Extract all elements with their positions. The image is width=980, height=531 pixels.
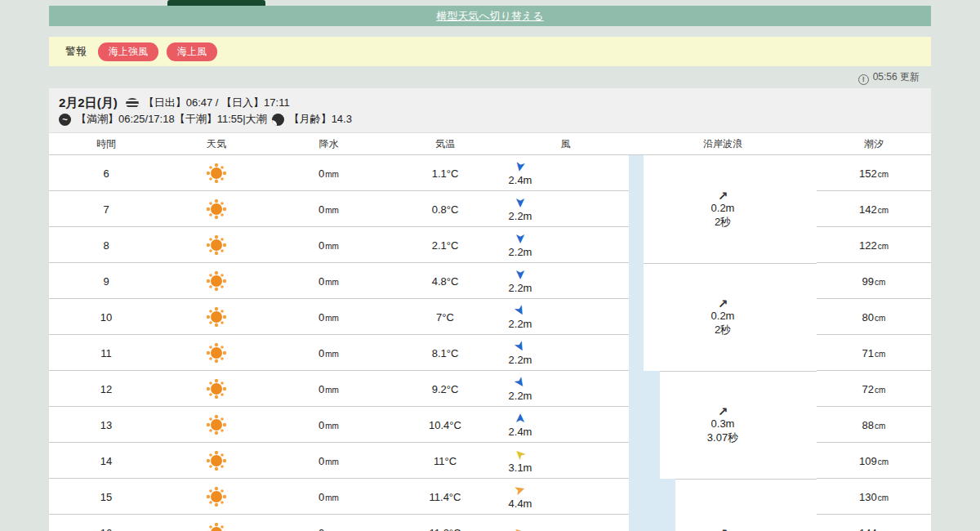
temp-cell: 1.1°C [388,155,502,191]
wave-period: 3.07秒 [707,431,738,445]
sunny-icon [211,527,222,531]
weather-cell [163,263,270,299]
moon-age: 【月齢】14.3 [289,112,352,127]
col-header-wind: 風 [502,137,629,151]
switch-to-horizontal-link[interactable]: 横型天気へ切り替える [436,9,543,24]
precip-cell: 0mm [270,227,388,263]
wind-direction-icon: ➤ [514,525,527,531]
col-header-time: 時間 [49,137,163,151]
sunrise-icon [126,98,139,109]
precip-cell: 0mm [270,479,388,515]
precip-cell: 0mm [270,443,388,479]
wind-cell: ➤2.2m [502,299,629,335]
wave-direction-icon: ↗ [718,297,728,310]
temp-cell: 0.8°C [388,191,502,227]
col-header-temp: 気温 [388,137,502,151]
view-switch-bar: 横型天気へ切り替える [49,6,931,26]
precip-cell: 0mm [270,191,388,227]
wind-direction-icon: ➤ [512,374,529,390]
wave-period: 2秒 [715,324,731,337]
tide-cell: 80cm [817,299,931,335]
temp-cell: 9.2°C [388,371,502,407]
wind-direction-icon: ➤ [514,233,527,243]
tide-times: 【満潮】06:25/17:18【干潮】11:55|大潮 [76,112,267,127]
tide-cell: 144cm [817,515,931,531]
wind-cell: ➤2.2m [502,371,629,407]
tide-cell: 130cm [817,479,931,515]
coastal-wave-column: ↗0.2m2秒 ↗0.2m2秒 ↗0.3m3.07秒 ↗ [629,155,817,531]
warning-label: 警報 [65,44,87,59]
wind-cell: ➤ [502,515,629,531]
time-cell: 12 [49,371,163,407]
time-cell: 6 [49,155,163,191]
tide-cell: 109cm [817,443,931,479]
time-cell: 9 [49,263,163,299]
forecast-panel: 2月2日(月) 【日出】06:47 / 【日入】17:11 ~ 【満潮】06:2… [49,88,931,531]
wind-cell: ➤2.4m [502,155,629,191]
wind-cell: ➤2.2m [502,227,629,263]
wave-block: ↗0.3m3.07秒 [629,371,817,479]
tide-cell: 72cm [817,371,931,407]
temp-cell: 11°C [388,443,502,479]
wind-direction-icon: ➤ [512,302,529,319]
wave-height: 0.2m [711,310,735,324]
weather-cell [163,227,270,263]
wind-direction-icon: ➤ [514,413,527,423]
time-cell: 11 [49,335,163,371]
weather-cell [163,407,270,443]
tide-cell: 71cm [817,335,931,371]
sunny-icon [211,383,222,395]
sunny-icon [211,203,222,215]
weather-cell [163,479,270,515]
wave-direction-icon: ↗ [718,527,728,531]
wave-direction-icon: ↗ [718,190,728,202]
precip-cell: 0mm [270,335,388,371]
tide-cell: 142cm [817,191,931,227]
tide-cell: 99cm [817,263,931,299]
active-tab[interactable] [167,0,265,6]
weather-cell [163,515,270,531]
weather-cell [163,335,270,371]
temp-cell: 7°C [388,299,502,335]
wind-cell: ➤2.2m [502,335,629,371]
date-label: 2月2日(月) [59,96,118,111]
precip-cell: 0mm [270,299,388,335]
info-icon: ! [858,74,869,85]
date-header: 2月2日(月) 【日出】06:47 / 【日入】17:11 ~ 【満潮】06:2… [49,88,931,133]
temp-cell: 4.8°C [388,263,502,299]
tide-cell: 152cm [817,155,931,191]
sunny-icon [211,419,222,431]
sunny-icon [211,167,222,179]
sunny-icon [211,311,222,323]
moon-phase-icon [272,114,284,126]
wave-block: ↗0.2m2秒 [629,263,817,371]
weather-cell [163,371,270,407]
wave-period: 2秒 [715,216,731,230]
wind-cell: ➤4.4m [502,479,629,515]
warning-bar: 警報 海上強風 海上風 [49,37,931,66]
time-cell: 15 [49,479,163,515]
wind-direction-icon: ➤ [514,269,527,279]
tide-cell: 122cm [817,227,931,263]
weather-cell [163,191,270,227]
sunny-icon [211,455,222,466]
col-header-weather: 天気 [163,137,270,151]
sunny-icon [211,239,222,251]
sunny-icon [211,491,222,502]
temp-cell: 11.2°C [388,515,502,531]
wind-direction-icon: ➤ [513,482,528,498]
sunrise-sunset-times: 【日出】06:47 / 【日入】17:11 [144,96,290,110]
tide-icon: ~ [59,114,71,126]
precip-cell: 0mm [270,155,388,191]
tide-cell: 88cm [817,407,931,443]
wind-cell: ➤3.1m [502,443,629,479]
sunny-icon [211,347,222,359]
warning-badge-sea-strong-wind[interactable]: 海上強風 [98,42,158,61]
wave-height: 0.2m [711,202,735,216]
wave-direction-icon: ↗ [718,405,728,417]
wave-height: 0.3m [711,417,735,431]
warning-badge-sea-wind[interactable]: 海上風 [167,42,217,61]
wind-cell: ➤2.4m [502,407,629,443]
sunny-icon [211,275,222,287]
col-header-tide: 潮汐 [817,137,931,151]
